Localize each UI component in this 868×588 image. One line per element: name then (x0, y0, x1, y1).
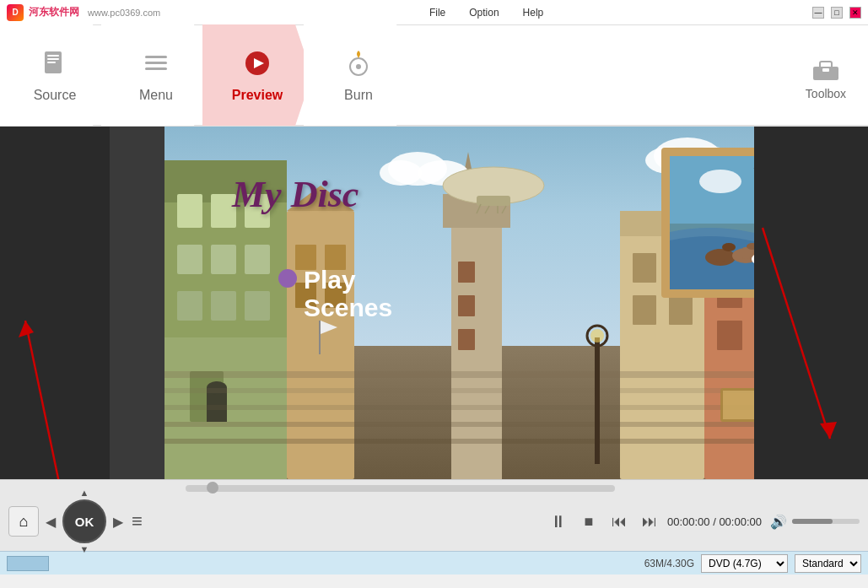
play-scenes-area: Play Scenes (278, 266, 392, 321)
ok-button[interactable]: OK (62, 499, 106, 543)
next-track-button[interactable]: ⏭ (637, 509, 662, 534)
next-nav-button[interactable]: ▶ (111, 512, 125, 531)
time-display: 00:00:00 / 00:00:00 (667, 515, 762, 528)
controls-section: ⌂ ◀ ▲ OK ▼ ▶ ≡ ⏸ ■ ⏮ ⏭ 00:0 (0, 479, 868, 551)
status-bar: 63M/4.30G DVD (4.7G) DVD (8.5G) Blu-ray … (0, 551, 868, 575)
menu-option[interactable]: Option (469, 7, 499, 19)
prev-nav-button[interactable]: ◀ (44, 512, 57, 531)
toolbox-label: Toolbox (806, 87, 846, 100)
menu-file[interactable]: File (429, 7, 445, 19)
prev-nav-icon: ◀ (46, 515, 56, 529)
svg-rect-50 (669, 295, 693, 325)
window-controls: — □ ✕ (812, 7, 861, 19)
minimize-button[interactable]: — (812, 7, 824, 19)
svg-line-14 (25, 321, 67, 479)
home-button[interactable]: ⌂ (8, 506, 39, 537)
svg-rect-23 (177, 245, 202, 274)
progress-indicator (7, 556, 49, 571)
svg-line-95 (763, 228, 830, 439)
svg-rect-84 (716, 249, 725, 262)
app-logo: D (7, 4, 24, 21)
menu-nav-label: Menu (139, 88, 173, 103)
left-panel (0, 127, 110, 479)
svg-rect-79 (319, 321, 321, 354)
svg-rect-28 (245, 291, 270, 321)
up-button[interactable]: ▲ (78, 487, 91, 499)
close-button[interactable]: ✕ (849, 7, 861, 19)
next-nav-icon: ▶ (113, 515, 123, 529)
svg-rect-25 (245, 245, 270, 274)
nav-bar: Source Menu Preview Burn Toolbox (0, 25, 868, 127)
preview-icon (242, 48, 272, 84)
seek-row (0, 480, 868, 492)
menu-button[interactable]: ≡ (130, 509, 144, 534)
down-button[interactable]: ▼ (78, 543, 91, 556)
svg-rect-5 (145, 62, 167, 64)
prev-track-button[interactable]: ⏮ (607, 509, 632, 534)
menu-icon (141, 48, 171, 84)
menu-lines-icon: ≡ (132, 510, 143, 531)
svg-marker-15 (19, 321, 34, 337)
playback-controls: ⏸ ■ ⏮ ⏭ 00:00:00 / 00:00:00 🔊 (546, 509, 860, 534)
app-website: www.pc0369.com (88, 8, 160, 18)
stop-button[interactable]: ■ (576, 509, 601, 534)
svg-rect-49 (633, 295, 656, 325)
play-dot (278, 269, 297, 288)
nav-toolbox[interactable]: Toolbox (784, 24, 868, 126)
svg-rect-74 (477, 196, 510, 206)
disc-title: My Disc (232, 173, 359, 216)
svg-rect-6 (145, 67, 167, 70)
preview-label: Preview (232, 88, 283, 103)
svg-rect-4 (145, 56, 167, 58)
arrow-indicator-1 (8, 295, 93, 479)
svg-rect-27 (211, 291, 236, 321)
right-panel (754, 127, 868, 479)
svg-point-65 (590, 329, 604, 343)
toolbox-icon (809, 50, 843, 87)
nav-preview[interactable]: Preview (202, 24, 312, 126)
svg-point-85 (722, 243, 736, 251)
svg-rect-2 (47, 58, 59, 60)
app-brand: 河东软件网 (29, 5, 79, 19)
home-icon: ⌂ (19, 513, 29, 531)
burn-icon (343, 48, 374, 84)
svg-rect-20 (177, 194, 202, 228)
disc-type-select[interactable]: DVD (4.7G) DVD (8.5G) Blu-ray (25G) (701, 554, 788, 573)
svg-rect-42 (458, 262, 475, 283)
source-icon (40, 48, 70, 84)
svg-rect-60 (164, 405, 809, 410)
nav-menu[interactable]: Menu (101, 24, 211, 126)
quality-select[interactable]: Standard High Custom (795, 554, 861, 573)
svg-rect-13 (822, 68, 829, 72)
svg-rect-61 (164, 422, 809, 427)
seek-bar[interactable] (186, 485, 615, 492)
svg-rect-58 (164, 371, 809, 378)
svg-rect-44 (458, 329, 475, 350)
svg-point-10 (356, 64, 361, 69)
maximize-button[interactable]: □ (831, 7, 843, 19)
svg-rect-59 (164, 388, 809, 393)
play-scenes-text: Play Scenes (304, 266, 392, 321)
pause-button[interactable]: ⏸ (546, 509, 571, 534)
svg-rect-56 (717, 321, 742, 350)
volume-slider[interactable] (792, 519, 860, 524)
svg-point-67 (380, 160, 422, 186)
source-label: Source (34, 88, 77, 103)
svg-rect-47 (633, 253, 656, 283)
main-area: My Disc Play Scenes (0, 127, 868, 479)
controls-row: ⌂ ◀ ▲ OK ▼ ▶ ≡ ⏸ ■ ⏮ ⏭ 00:0 (0, 492, 868, 551)
volume-icon[interactable]: 🔊 (770, 514, 787, 530)
svg-point-93 (699, 170, 741, 193)
svg-rect-62 (164, 439, 809, 444)
svg-marker-96 (820, 422, 837, 439)
ok-cluster: ▲ OK ▼ (62, 487, 106, 556)
nav-source[interactable]: Source (0, 24, 110, 126)
menu-help[interactable]: Help (523, 7, 544, 19)
seek-thumb[interactable] (207, 482, 218, 494)
svg-rect-43 (458, 295, 475, 316)
svg-rect-26 (177, 291, 202, 321)
nav-burn[interactable]: Burn (304, 24, 413, 126)
burn-label: Burn (344, 88, 373, 103)
title-bar: D 河东软件网 www.pc0369.com File Option Help … (0, 0, 868, 25)
volume-fill (792, 519, 833, 524)
